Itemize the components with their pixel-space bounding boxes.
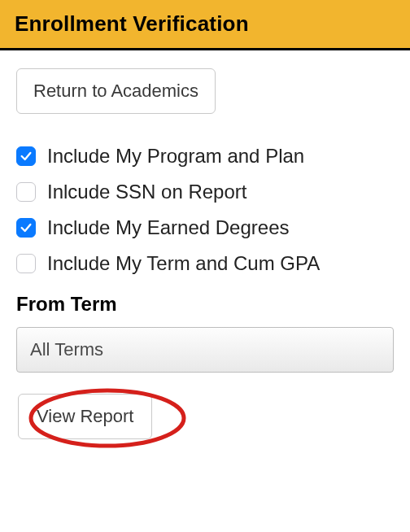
- opt-ssn-label: Inlcude SSN on Report: [47, 181, 246, 203]
- opt-ssn-checkbox[interactable]: [16, 182, 36, 202]
- return-to-academics-button[interactable]: Return to Academics: [16, 68, 216, 114]
- page-title: Enrollment Verification: [15, 11, 395, 37]
- from-term-selected-value: All Terms: [30, 339, 103, 360]
- view-report-button[interactable]: View Report: [18, 394, 152, 439]
- option-row: Inlcude SSN on Report: [16, 181, 394, 203]
- option-row: Include My Program and Plan: [16, 145, 394, 168]
- content-area: Return to Academics Include My Program a…: [0, 50, 410, 439]
- option-row: Include My Earned Degrees: [16, 216, 394, 239]
- opt-earned-degrees-label: Include My Earned Degrees: [47, 216, 290, 239]
- option-row: Include My Term and Cum GPA: [16, 252, 394, 275]
- page-header: Enrollment Verification: [0, 0, 410, 50]
- options-group: Include My Program and PlanInlcude SSN o…: [16, 145, 394, 275]
- opt-term-cum-gpa-checkbox[interactable]: [16, 254, 36, 273]
- opt-earned-degrees-checkbox[interactable]: [16, 218, 36, 238]
- from-term-select[interactable]: All Terms: [16, 327, 394, 373]
- opt-term-cum-gpa-label: Include My Term and Cum GPA: [47, 252, 320, 275]
- from-term-label: From Term: [16, 293, 394, 316]
- opt-program-plan-label: Include My Program and Plan: [47, 145, 304, 168]
- opt-program-plan-checkbox[interactable]: [16, 146, 36, 166]
- view-report-container: View Report: [16, 394, 394, 439]
